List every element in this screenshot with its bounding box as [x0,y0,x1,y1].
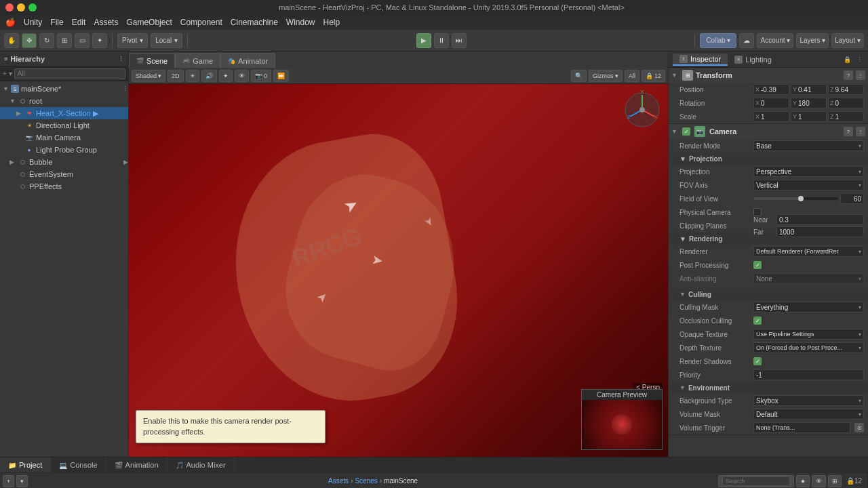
volume-trigger-field[interactable]: None (Trans... [753,422,850,433]
volume-trigger-picker[interactable]: ⊙ [854,423,864,432]
priority-field[interactable]: -1 [753,369,864,380]
transform-header[interactable]: ▼ ⊞ Transform ? ⋮ [669,68,868,83]
eye-button[interactable]: 👁 [812,475,826,487]
rotation-y[interactable]: Y 180 [791,98,827,108]
scale-tool[interactable]: ⊞ [57,33,72,48]
transform-help[interactable]: ? [844,70,853,80]
rotate-tool[interactable]: ↻ [39,33,54,48]
menu-file[interactable]: File [50,18,63,27]
volume-mask-dropdown[interactable]: Default ▾ [753,409,864,420]
camera-menu[interactable]: ⋮ [856,127,865,136]
play-button[interactable]: ▶ [416,33,431,48]
pivot-dropdown[interactable]: Pivot ▾ [117,33,148,48]
close-button[interactable] [5,3,14,12]
menu-apple[interactable]: 🍎 [5,18,16,27]
options-button[interactable]: ▾ [16,475,28,487]
add-button[interactable]: + [3,475,14,487]
move-tool[interactable]: ✥ [22,33,37,48]
breadcrumb-mainscene[interactable]: mainScene [384,477,418,485]
rotation-z[interactable]: Z 0 [828,98,864,108]
scene-menu[interactable]: ⋮ [122,85,128,92]
breadcrumb-scenes[interactable]: Scenes [355,477,377,485]
camera-help[interactable]: ? [844,127,853,136]
search-button[interactable] [718,475,794,487]
pause-button[interactable]: ⏸ [434,33,449,48]
opaque-texture-dropdown[interactable]: Use Pipeline Settings ▾ [753,329,864,340]
shading-dropdown[interactable]: Shaded ▾ [132,70,165,82]
layout-button[interactable]: Layout ▾ [831,33,864,48]
minimize-button[interactable] [17,3,25,12]
post-processing-checkbox[interactable]: ✓ [753,261,762,269]
tree-item-lightprobe[interactable]: ● Light Probe Group [0,144,128,156]
bubble-menu[interactable]: ▶ [123,159,128,165]
inspector-tab[interactable]: i Inspector [673,54,728,66]
tree-item-bubble[interactable]: ▶ ⬡ Bubble ▶ [0,156,128,168]
tree-item-eventsystem[interactable]: ⬡ EventSystem [0,168,128,180]
fov-slider[interactable]: 60 [753,193,864,204]
bg-type-dropdown[interactable]: Skybox ▾ [753,395,864,406]
fov-axis-dropdown[interactable]: Vertical ▾ [753,180,864,190]
position-z[interactable]: Z 9.64 [828,84,864,95]
audio-toggle[interactable]: 🔊 [201,70,217,82]
rect-tool[interactable]: ▭ [75,33,90,48]
viewport[interactable]: ➤ ➤ ➤ ➤ Y X Z [129,84,668,457]
menu-cinemachine[interactable]: Cinemachine [231,18,278,27]
account-button[interactable]: Account ▾ [757,33,793,48]
projection-dropdown[interactable]: Perspective ▾ [753,166,864,177]
maximize-button[interactable] [28,3,37,12]
animation-tab[interactable]: 🎬 Animation [106,458,167,472]
cloud-button[interactable]: ☁ [739,33,754,48]
game-tab[interactable]: 🎮 Game [175,53,220,68]
transform-menu[interactable]: ⋮ [856,70,865,80]
hierarchy-search-input[interactable] [14,68,125,79]
scene-cam-speed[interactable]: ⏩ [273,70,289,82]
scale-z[interactable]: Z 1 [828,111,864,122]
rotation-x[interactable]: X 0 [753,98,789,108]
menu-help[interactable]: Help [323,18,340,27]
hand-tool[interactable]: ✋ [4,33,19,48]
inspector-menu[interactable]: ⋮ [854,55,864,64]
menu-unity[interactable]: Unity [24,18,42,27]
far-field[interactable]: 1000 [776,226,864,237]
camera-header[interactable]: ▼ ✓ 📷 Camera ? ⋮ [669,124,868,139]
render-mode-dropdown[interactable]: Base ▾ [753,140,864,151]
position-y[interactable]: Y 0.41 [791,84,827,95]
effects-toggle[interactable]: ✦ [219,70,233,82]
lighting-tab[interactable]: ☀ Lighting [728,54,778,66]
breadcrumb-assets[interactable]: Assets [328,477,349,485]
gizmos-dropdown[interactable]: Gizmos ▾ [589,70,623,82]
culling-mask-dropdown[interactable]: Everything ▾ [753,302,864,312]
console-tab[interactable]: 💻 Console [51,458,106,472]
menu-component[interactable]: Component [180,18,222,27]
scale-x[interactable]: X 1 [753,111,789,122]
lock-button[interactable]: 🔒 [842,55,852,64]
menu-gameobject[interactable]: GameObject [126,18,172,27]
grid-toggle[interactable]: ⊞ [828,475,842,487]
tree-item-dirlight[interactable]: ☀ Directional Light [0,119,128,131]
tree-item-mainscene[interactable]: ▼ S mainScene* ⋮ [0,83,128,95]
animator-tab[interactable]: 🎭 Animator [220,53,275,68]
show-hide-toggle[interactable]: 👁 [235,70,249,82]
camera-enabled-toggle[interactable]: ✓ [682,127,690,136]
tree-item-ppeffects[interactable]: ⬡ PPEffects [0,180,128,192]
layers-button[interactable]: Layers ▾ [796,33,829,48]
light-toggle[interactable]: ☀ [186,70,199,82]
audio-mixer-tab[interactable]: 🎵 Audio Mixer [167,458,235,472]
tree-item-heart[interactable]: ▶ ❤ Heart_X-Section ▶ [0,107,128,119]
occlusion-culling-checkbox[interactable]: ✓ [753,317,762,325]
collab-button[interactable]: Collab ▾ [700,33,736,48]
search-all[interactable]: All [625,70,639,82]
fov-value[interactable]: 60 [840,193,864,204]
anti-aliasing-dropdown[interactable]: None ▾ [753,273,864,284]
render-shadows-checkbox[interactable]: ✓ [753,357,762,365]
hierarchy-menu[interactable]: ⋮ [118,56,124,62]
tree-item-root[interactable]: ▼ ⬡ root [0,95,128,107]
window-controls[interactable] [5,3,37,12]
star-button[interactable]: ★ [796,475,810,487]
project-tab[interactable]: 📁 Project [0,458,51,472]
near-field[interactable]: 0.3 [776,214,864,225]
slider-track[interactable] [753,197,838,200]
scene-cam-settings[interactable]: 📷 0 [251,70,272,82]
renderer-dropdown[interactable]: Default Renderer (ForwardRer ▾ [753,246,864,257]
tree-item-maincamera[interactable]: 📷 Main Camera [0,131,128,144]
